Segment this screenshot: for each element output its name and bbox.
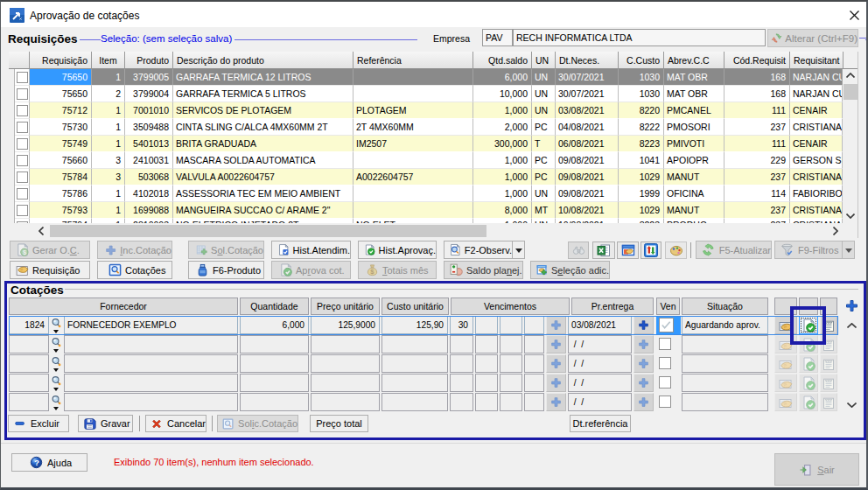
- svg-text:?: ?: [34, 458, 39, 467]
